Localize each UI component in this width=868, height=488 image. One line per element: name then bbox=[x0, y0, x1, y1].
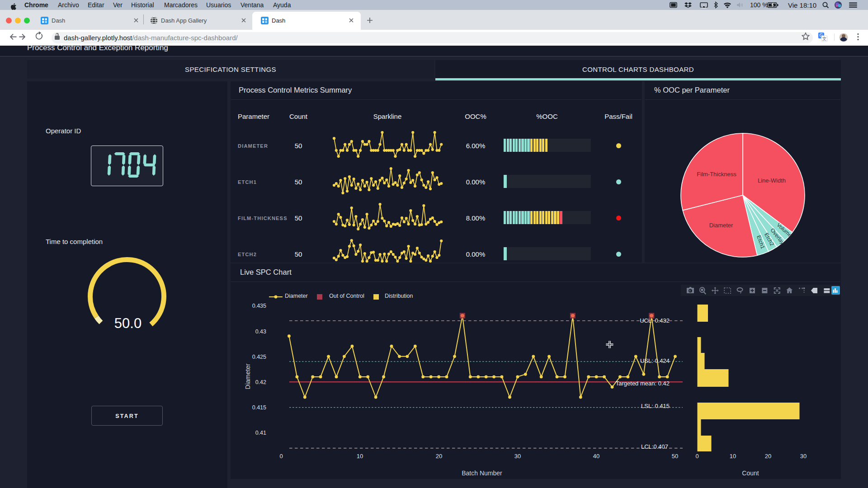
svg-text:文: 文 bbox=[822, 36, 827, 41]
